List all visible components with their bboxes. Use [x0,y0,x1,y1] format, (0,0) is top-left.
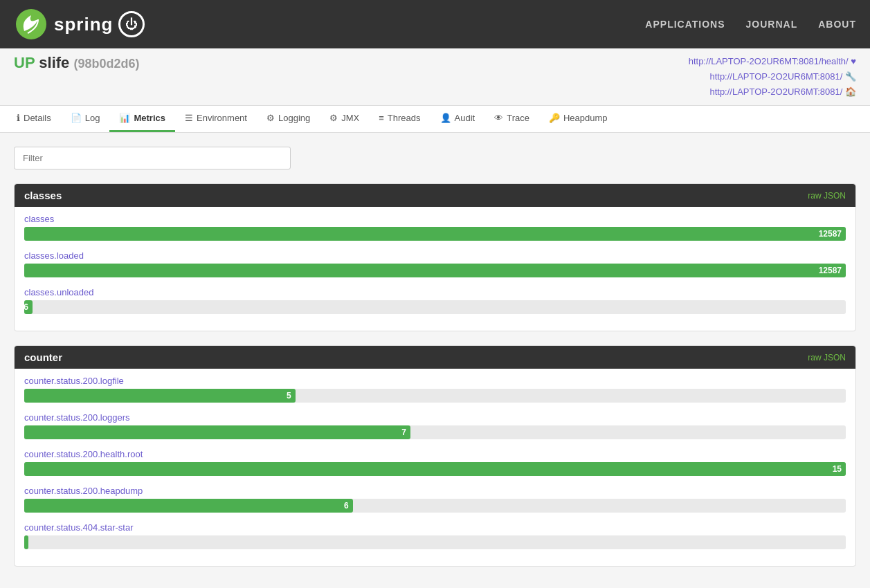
tab-log[interactable]: 📄 Log [61,106,110,132]
metric-counter-404-bar [24,535,28,549]
tab-environment-label: Environment [197,113,247,123]
classes-section: classes raw JSON classes 12587 classes.l… [14,183,856,331]
nav-applications[interactable]: APPLICATIONS [645,19,725,30]
metric-counter-heapdump: counter.status.200.heapdump 6 [24,486,846,513]
metric-counter-health-root: counter.status.200.health.root 15 [24,449,846,476]
app-header: UP slife (98b0d2d6) http://LAPTOP-2O2UR6… [0,48,870,106]
power-icon: ⏻ [118,11,145,37]
jmx-icon: ⚙ [329,113,338,123]
metric-counter-heapdump-bar: 6 [24,499,353,513]
app-title: UP slife (98b0d2d6) [14,54,139,72]
tab-trace-label: Trace [507,113,529,123]
app-links: http://LAPTOP-2O2UR6MT:8081/health/ ♥ ht… [689,54,856,100]
metric-classes-unloaded: classes.unloaded 6 [24,287,846,314]
tab-details[interactable]: ℹ Details [7,106,61,132]
metric-counter-404: counter.status.404.star-star [24,522,846,549]
counter-section: counter raw JSON counter.status.200.logf… [14,345,856,567]
metric-counter-health-root-value: 15 [833,464,842,474]
tab-logging[interactable]: ⚙ Logging [257,106,320,132]
metric-counter-loggers: counter.status.200.loggers 7 [24,412,846,439]
metric-counter-heapdump-bar-container: 6 [24,499,846,513]
metric-counter-loggers-value: 7 [401,428,406,437]
classes-section-header: classes raw JSON [15,184,855,207]
metric-counter-logfile-bar-container: 5 [24,389,846,403]
tab-metrics[interactable]: 📊 Metrics [109,106,175,132]
metric-classes-loaded-value: 12587 [819,266,842,275]
app-name-text: slife [39,54,69,71]
classes-section-body: classes 12587 classes.loaded 12587 cla [15,207,855,331]
tab-heapdump[interactable]: 🔑 Heapdump [539,106,617,132]
nav-journal[interactable]: JOURNAL [746,19,798,30]
metric-counter-404-label[interactable]: counter.status.404.star-star [24,522,846,533]
tab-log-label: Log [85,113,100,123]
tab-jmx[interactable]: ⚙ JMX [320,106,369,132]
metric-classes-unloaded-label[interactable]: classes.unloaded [24,287,846,297]
tab-audit-label: Audit [455,113,475,123]
metric-classes: classes 12587 [24,214,846,241]
metric-counter-logfile-label[interactable]: counter.status.200.logfile [24,376,846,386]
tab-threads[interactable]: ≡ Threads [369,106,430,132]
tab-metrics-label: Metrics [134,113,165,123]
metric-counter-heapdump-label[interactable]: counter.status.200.heapdump [24,486,846,496]
metric-counter-loggers-label[interactable]: counter.status.200.loggers [24,412,846,423]
app-status: UP [14,54,35,71]
counter-raw-json-link[interactable]: raw JSON [808,353,846,362]
nav-links: APPLICATIONS JOURNAL ABOUT [645,19,856,30]
details-icon: ℹ [17,113,20,123]
spring-leaf-icon [14,7,48,42]
logging-icon: ⚙ [266,113,275,123]
metrics-icon: 📊 [119,113,130,123]
filter-input[interactable] [14,147,291,169]
app-tools-link[interactable]: http://LAPTOP-2O2UR6MT:8081/ 🔧 [689,69,856,84]
tab-logging-label: Logging [278,113,310,123]
counter-section-body: counter.status.200.logfile 5 counter.sta… [15,369,855,566]
tab-environment[interactable]: ☰ Environment [175,106,257,132]
metric-counter-logfile-bar: 5 [24,389,296,403]
app-health-link[interactable]: http://LAPTOP-2O2UR6MT:8081/health/ ♥ [689,54,856,69]
classes-section-title: classes [24,190,62,201]
metric-classes-unloaded-value: 6 [24,302,28,312]
tab-threads-label: Threads [388,113,421,123]
spring-logo: spring ⏻ [14,7,145,42]
metric-classes-unloaded-bar: 6 [24,300,33,314]
metric-classes-bar-container: 12587 [24,227,846,241]
metric-classes-value: 12587 [819,229,842,239]
metric-counter-health-root-bar-container: 15 [24,462,846,476]
nav-about[interactable]: ABOUT [818,19,856,30]
tab-heapdump-label: Heapdump [563,113,608,123]
tab-details-label: Details [24,113,51,123]
spring-brand-text: spring [54,14,113,35]
environment-icon: ☰ [185,113,193,123]
metric-classes-loaded: classes.loaded 12587 [24,250,846,277]
tab-audit[interactable]: 👤 Audit [431,106,485,132]
metric-counter-logfile-value: 5 [287,391,291,401]
audit-icon: 👤 [440,113,451,123]
metric-counter-loggers-bar: 7 [24,425,410,439]
tabs-bar: ℹ Details 📄 Log 📊 Metrics ☰ Environment … [0,106,870,133]
logo-area: spring ⏻ [14,7,645,42]
metric-classes-label[interactable]: classes [24,214,846,224]
log-icon: 📄 [71,113,82,123]
metric-classes-bar: 12587 [24,227,846,241]
top-navigation: spring ⏻ APPLICATIONS JOURNAL ABOUT [0,0,870,48]
metric-counter-loggers-bar-container: 7 [24,425,846,439]
tab-jmx-label: JMX [341,113,359,123]
tab-trace[interactable]: 👁 Trace [484,106,539,132]
metric-classes-loaded-bar-container: 12587 [24,264,846,277]
heapdump-icon: 🔑 [549,113,560,123]
app-id-text: (98b0d2d6) [73,57,139,71]
app-home-link[interactable]: http://LAPTOP-2O2UR6MT:8081/ 🏠 [689,84,856,100]
metric-classes-loaded-label[interactable]: classes.loaded [24,250,846,261]
counter-section-title: counter [24,351,62,363]
main-content: classes raw JSON classes 12587 classes.l… [0,133,870,588]
classes-raw-json-link[interactable]: raw JSON [808,191,846,201]
metric-classes-unloaded-bar-container: 6 [24,300,846,314]
metric-counter-health-root-bar: 15 [24,462,846,476]
threads-icon: ≡ [379,113,384,123]
metric-counter-heapdump-value: 6 [344,501,349,511]
metric-classes-loaded-bar: 12587 [24,264,846,277]
counter-section-header: counter raw JSON [15,346,855,369]
metric-counter-health-root-label[interactable]: counter.status.200.health.root [24,449,846,459]
trace-icon: 👁 [494,113,503,123]
metric-counter-404-bar-container [24,535,846,549]
